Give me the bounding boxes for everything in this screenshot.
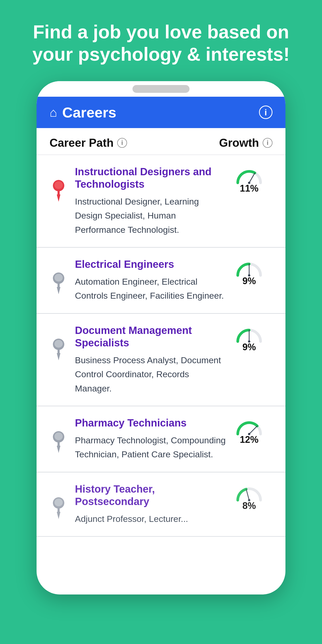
gauge: 9% (228, 327, 270, 353)
career-right: 9% (226, 327, 272, 353)
svg-point-13 (54, 340, 63, 348)
svg-point-19 (54, 432, 63, 440)
career-jobs: Automation Engineer, Electrical Controls… (75, 275, 226, 303)
pin-icon (50, 165, 68, 203)
header-info-icon[interactable]: i (259, 106, 272, 119)
career-info: Electrical Engineers Automation Engineer… (75, 258, 226, 303)
career-path-info-icon[interactable]: i (117, 138, 127, 148)
svg-point-1 (54, 181, 63, 189)
growth-percent: 11% (240, 183, 258, 194)
career-info: Document Management Specialists Business… (75, 324, 226, 395)
pin-icon (50, 258, 68, 295)
pin-icon (50, 483, 68, 520)
gauge: 12% (228, 419, 270, 445)
svg-marker-9 (57, 287, 60, 294)
career-title[interactable]: History Teacher, Postsecondary (75, 483, 226, 508)
growth-percent: 8% (242, 500, 256, 511)
career-title[interactable]: Pharmacy Technicians (75, 417, 226, 429)
careers-list: Instructional Designers and Technologist… (37, 155, 285, 594)
career-path-header: Career Path i (50, 136, 127, 149)
career-right: 12% (226, 419, 272, 445)
hero-text: Find a job you love based on your psycho… (0, 0, 322, 81)
app-header: ⌂ Careers i (37, 97, 285, 128)
career-jobs: Business Process Analyst, Document Contr… (75, 353, 226, 395)
table-headers: Career Path i Growth i (37, 128, 285, 155)
career-title[interactable]: Document Management Specialists (75, 324, 226, 349)
gauge: 8% (228, 485, 270, 511)
growth-info-icon[interactable]: i (263, 138, 272, 148)
svg-marker-3 (57, 194, 60, 202)
gauge: 9% (228, 261, 270, 286)
career-right: 8% (226, 485, 272, 511)
pin-icon (50, 417, 68, 454)
career-left: Document Management Specialists Business… (50, 324, 226, 395)
career-info: Pharmacy Technicians Pharmacy Technologi… (75, 417, 226, 461)
svg-line-22 (249, 426, 257, 434)
phone-top (37, 81, 285, 97)
career-info: Instructional Designers and Technologist… (75, 165, 226, 237)
career-right: 11% (226, 168, 272, 194)
pin-icon (50, 324, 68, 361)
growth-header: Growth i (219, 136, 272, 149)
phone-mockup: ⌂ Careers i Career Path i Growth i (37, 81, 285, 594)
career-jobs: Adjunct Professor, Lecturer... (75, 512, 226, 526)
svg-marker-15 (57, 353, 60, 360)
svg-point-25 (54, 499, 63, 506)
career-item[interactable]: Electrical Engineers Automation Engineer… (37, 248, 285, 314)
career-left: Electrical Engineers Automation Engineer… (50, 258, 226, 303)
career-item[interactable]: History Teacher, Postsecondary Adjunct P… (37, 472, 285, 537)
svg-line-28 (246, 489, 249, 500)
career-info: History Teacher, Postsecondary Adjunct P… (75, 483, 226, 526)
career-right: 9% (226, 261, 272, 286)
svg-marker-27 (57, 512, 60, 519)
career-left: History Teacher, Postsecondary Adjunct P… (50, 483, 226, 526)
home-icon[interactable]: ⌂ (50, 105, 57, 120)
svg-point-7 (54, 274, 63, 282)
growth-label: Growth (219, 136, 259, 149)
growth-percent: 9% (242, 276, 256, 286)
career-item[interactable]: Document Management Specialists Business… (37, 314, 285, 406)
phone-notch (132, 85, 190, 93)
career-left: Pharmacy Technicians Pharmacy Technologi… (50, 417, 226, 461)
career-path-label: Career Path (50, 136, 114, 149)
career-jobs: Pharmacy Technologist, Compounding Techn… (75, 433, 226, 461)
career-title[interactable]: Instructional Designers and Technologist… (75, 165, 226, 190)
growth-percent: 12% (240, 434, 258, 445)
career-title[interactable]: Electrical Engineers (75, 258, 226, 270)
app-title: Careers (62, 104, 116, 121)
app-header-left: ⌂ Careers (50, 104, 116, 121)
gauge: 11% (228, 168, 270, 194)
career-item[interactable]: Pharmacy Technicians Pharmacy Technologi… (37, 406, 285, 472)
growth-percent: 9% (242, 342, 256, 353)
svg-line-4 (249, 173, 255, 183)
career-left: Instructional Designers and Technologist… (50, 165, 226, 237)
svg-marker-21 (57, 446, 60, 453)
career-item[interactable]: Instructional Designers and Technologist… (37, 155, 285, 248)
career-jobs: Instructional Designer, Learning Design … (75, 194, 226, 237)
